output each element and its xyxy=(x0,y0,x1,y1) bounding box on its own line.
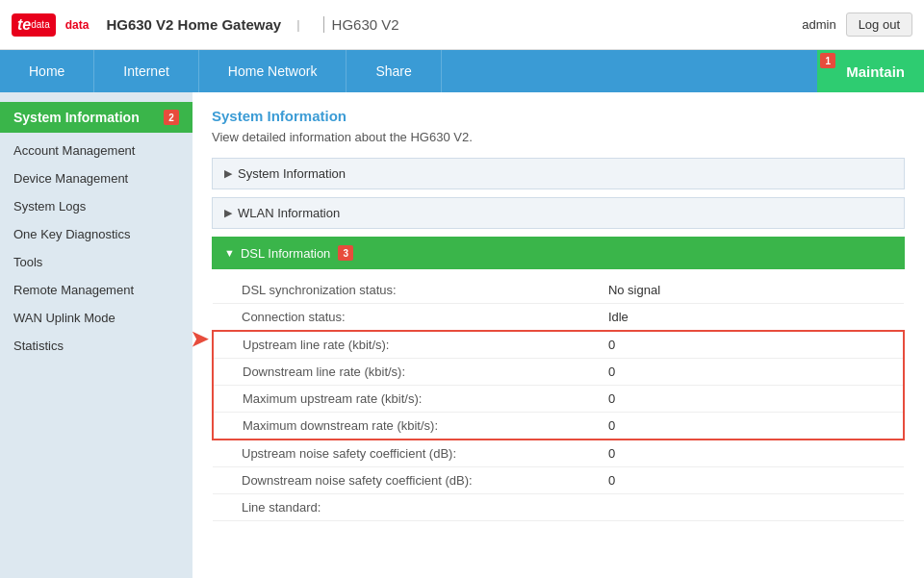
header-right: admin Log out xyxy=(802,13,912,37)
table-row: Maximum upstream rate (kbit/s): 0 xyxy=(213,386,904,413)
nav-spacer xyxy=(442,50,817,92)
section-wlan-information[interactable]: ▶ WLAN Information xyxy=(212,197,905,229)
dsl-table: DSL synchronization status: No signal Co… xyxy=(212,277,905,521)
downstream-line-rate-value: 0 xyxy=(593,359,904,386)
table-row: Upstream noise safety coefficient (dB): … xyxy=(213,440,904,467)
dsl-content: ➤ DSL synchronization status: No signal … xyxy=(212,277,905,521)
downstream-noise-label: Downstream noise safety coefficient (dB)… xyxy=(213,467,593,494)
sidebar-item-tools[interactable]: Tools xyxy=(0,248,192,276)
table-row: Line standard: xyxy=(213,494,904,521)
maintain-badge: 1 xyxy=(820,53,835,68)
section-system-information[interactable]: ▶ System Information xyxy=(212,158,905,189)
gateway-model: HG630 V2 xyxy=(323,16,399,33)
sidebar-item-wan-uplink-mode[interactable]: WAN Uplink Mode xyxy=(0,304,192,332)
logo-area: tedata data HG630 V2 Home Gateway | HG63… xyxy=(12,13,399,37)
table-row: Downstream line rate (kbit/s): 0 xyxy=(213,359,904,386)
sidebar: System Information 2 Account Management … xyxy=(0,92,192,578)
nav-home[interactable]: Home xyxy=(0,50,94,92)
sidebar-item-device-management[interactable]: Device Management xyxy=(0,164,192,192)
nav-maintain[interactable]: 1 Maintain xyxy=(817,50,924,92)
sidebar-active-badge: 2 xyxy=(164,110,179,125)
upstream-line-rate-value: 0 xyxy=(593,331,904,359)
logo-data: data xyxy=(65,18,90,32)
max-downstream-rate-value: 0 xyxy=(593,413,904,440)
sidebar-item-one-key-diagnostics[interactable]: One Key Diagnostics xyxy=(0,220,192,248)
sidebar-item-system-logs[interactable]: System Logs xyxy=(0,192,192,220)
dsl-sync-status-label: DSL synchronization status: xyxy=(213,277,593,304)
content-area: System Information View detailed informa… xyxy=(192,92,924,578)
line-standard-value xyxy=(593,494,904,521)
section-label-system: System Information xyxy=(238,166,346,181)
arrow-annotation: ➤ xyxy=(192,327,208,352)
nav: Home Internet Home Network Share 1 Maint… xyxy=(0,50,924,92)
dsl-connection-status-label: Connection status: xyxy=(213,304,593,332)
upstream-noise-value: 0 xyxy=(593,440,904,467)
logout-button[interactable]: Log out xyxy=(846,13,912,37)
section-arrow-system: ▶ xyxy=(224,167,232,180)
downstream-line-rate-label: Downstream line rate (kbit/s): xyxy=(213,359,593,386)
nav-internet[interactable]: Internet xyxy=(94,50,198,92)
section-label-dsl: DSL Information xyxy=(241,246,330,261)
dsl-connection-status-value: Idle xyxy=(593,304,904,332)
downstream-noise-value: 0 xyxy=(593,467,904,494)
nav-share[interactable]: Share xyxy=(346,50,441,92)
content-title: System Information xyxy=(212,108,905,124)
sidebar-item-account-management[interactable]: Account Management xyxy=(0,137,192,164)
section-dsl-information[interactable]: ▼ DSL Information 3 xyxy=(212,237,905,269)
max-downstream-rate-label: Maximum downstream rate (kbit/s): xyxy=(213,413,593,440)
max-upstream-rate-value: 0 xyxy=(593,386,904,413)
sidebar-item-remote-management[interactable]: Remote Management xyxy=(0,276,192,304)
table-row: Upstream line rate (kbit/s): 0 xyxy=(213,331,904,359)
header: tedata data HG630 V2 Home Gateway | HG63… xyxy=(0,0,924,50)
content-description: View detailed information about the HG63… xyxy=(212,130,905,144)
table-row: Downstream noise safety coefficient (dB)… xyxy=(213,467,904,494)
main: System Information 2 Account Management … xyxy=(0,92,924,578)
section-label-wlan: WLAN Information xyxy=(238,206,340,220)
sidebar-active-label: System Information xyxy=(13,110,140,125)
upstream-line-rate-label: Upstream line rate (kbit/s): xyxy=(213,331,593,359)
upstream-noise-label: Upstream noise safety coefficient (dB): xyxy=(213,440,593,467)
table-row: Maximum downstream rate (kbit/s): 0 xyxy=(213,413,904,440)
gateway-title: HG630 V2 Home Gateway xyxy=(106,16,281,33)
table-row: Connection status: Idle xyxy=(213,304,904,332)
sidebar-item-statistics[interactable]: Statistics xyxy=(0,332,192,360)
line-standard-label: Line standard: xyxy=(213,494,593,521)
section-arrow-wlan: ▶ xyxy=(224,207,232,219)
logo-badge: tedata xyxy=(12,13,56,37)
section-arrow-dsl: ▼ xyxy=(224,247,235,259)
sidebar-active-item[interactable]: System Information 2 xyxy=(0,102,192,133)
dsl-section-badge: 3 xyxy=(338,245,353,261)
max-upstream-rate-label: Maximum upstream rate (kbit/s): xyxy=(213,386,593,413)
dsl-sync-status-value: No signal xyxy=(593,277,904,304)
admin-label: admin xyxy=(802,17,835,32)
table-row: DSL synchronization status: No signal xyxy=(213,277,904,304)
nav-home-network[interactable]: Home Network xyxy=(199,50,347,92)
maintain-label: Maintain xyxy=(846,63,905,80)
